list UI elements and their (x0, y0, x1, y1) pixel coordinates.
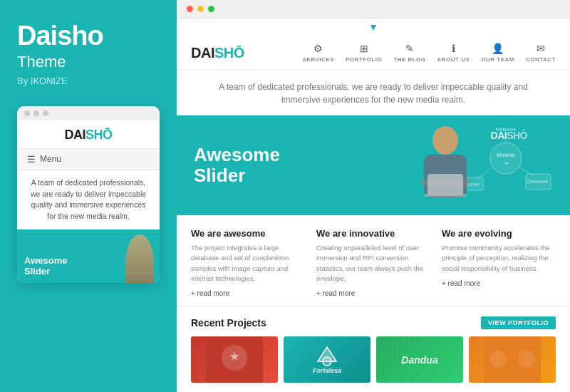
blog-icon: ✎ (405, 43, 414, 54)
nav-items: ⚙ SERVICES ⊞ PORTFOLIO ✎ THE BLOG ℹ ABOU… (303, 43, 556, 63)
hero-title: AwesomeSlider (194, 145, 280, 185)
browser-dot-red[interactable] (187, 6, 193, 12)
left-panel: Daisho Theme By IKONIZE DAISHŌ ☰ Menu A … (0, 0, 177, 392)
portfolio-icon: ⊞ (360, 43, 368, 54)
mobile-logo-bar: DAISHŌ (17, 120, 160, 148)
svg-text:Database: Database (527, 179, 549, 184)
nav-team[interactable]: 👤 OUR TEAM (481, 43, 514, 63)
website-preview: ▼ DAISHŌ ⚙ SERVICES ⊞ PORTFOLIO ✎ THE BL… (177, 19, 570, 392)
mobile-menu-label: Menu (40, 154, 61, 164)
nav-team-label: OUR TEAM (481, 56, 514, 63)
feature-awesome-link[interactable]: + read more (191, 289, 305, 297)
feature-evolving-title: We are evolving (442, 228, 556, 239)
nav-blog[interactable]: ✎ THE BLOG (393, 43, 425, 63)
feature-awesome-title: We are awesome (191, 228, 305, 239)
nav-about[interactable]: ℹ ABOUT US (437, 43, 470, 63)
services-icon: ⚙ (314, 43, 323, 54)
site-logo: DAISHŌ (191, 45, 244, 61)
recent-projects-header: Recent Projects VIEW PORTFOLIO (191, 316, 556, 329)
mobile-chrome (17, 106, 160, 120)
thumb-2-label: Fortalesa (313, 367, 341, 374)
contact-icon: ✉ (537, 43, 545, 54)
project-thumb-3[interactable]: Dandua (376, 336, 463, 383)
recent-projects-title: Recent Projects (191, 317, 266, 329)
features-section: We are awesome The project integrates a … (177, 215, 570, 306)
team-icon: 👤 (492, 43, 504, 54)
app-title: Daisho (17, 21, 103, 51)
feature-innovative-text: Creating unparalleled level of user imme… (316, 243, 430, 284)
hero-text: AwesomeSlider (194, 145, 280, 185)
thumb-3-label: Dandua (401, 354, 437, 366)
site-nav: DAISHŌ ⚙ SERVICES ⊞ PORTFOLIO ✎ THE BLOG… (177, 33, 570, 71)
nav-contact[interactable]: ✉ CONTACT (526, 43, 556, 63)
svg-text:★: ★ (229, 349, 240, 363)
dot-1 (24, 110, 30, 116)
project-thumb-1[interactable]: ★ (191, 336, 278, 383)
svg-text:Mobile: Mobile (497, 152, 515, 158)
site-tagline: A team of dedicated professionals, we ar… (177, 71, 570, 115)
feature-innovative: We are innovative Creating unparalleled … (316, 228, 430, 297)
svg-point-0 (432, 126, 458, 155)
mobile-tagline: A team of dedicated professionals, we ar… (17, 170, 160, 229)
browser-chrome (177, 0, 570, 19)
svg-text:☁: ☁ (504, 160, 509, 165)
nav-services-label: SERVICES (303, 56, 334, 63)
feature-awesome-text: The project integrates a large database … (191, 243, 305, 284)
nav-about-label: ABOUT US (437, 56, 470, 63)
svg-rect-3 (428, 174, 463, 195)
feature-evolving: We are evolving Promote community accele… (442, 228, 556, 297)
about-icon: ℹ (452, 43, 455, 54)
dot-2 (33, 110, 39, 116)
mobile-mockup: DAISHŌ ☰ Menu A team of dedicated profes… (17, 106, 160, 283)
hero-logo: DAISHŌ (491, 130, 527, 141)
mobile-person-silhouette (125, 234, 154, 283)
feature-evolving-link[interactable]: + read more (442, 279, 556, 287)
feature-awesome: We are awesome The project integrates a … (191, 228, 305, 297)
browser-dot-green[interactable] (208, 6, 214, 12)
svg-point-5 (490, 143, 522, 174)
project-thumbnails: ★ Fortalesa Dandua (191, 336, 556, 383)
dot-3 (43, 110, 48, 116)
nav-blog-label: THE BLOG (393, 56, 425, 63)
project-thumb-4[interactable] (469, 336, 556, 383)
nav-portfolio-label: PORTFOLIO (346, 56, 382, 63)
svg-rect-4 (424, 194, 467, 197)
mobile-slider-text: AwesomeSlider (24, 255, 67, 277)
feature-innovative-link[interactable]: + read more (316, 289, 430, 297)
right-panel: ▼ DAISHŌ ⚙ SERVICES ⊞ PORTFOLIO ✎ THE BL… (177, 0, 570, 392)
nav-services[interactable]: ⚙ SERVICES (303, 43, 334, 63)
scroll-arrow: ▼ (177, 19, 570, 33)
view-portfolio-button[interactable]: VIEW PORTFOLIO (481, 316, 556, 329)
app-author: By IKONIZE (17, 76, 68, 86)
svg-point-21 (489, 351, 507, 368)
mobile-menu-bar[interactable]: ☰ Menu (17, 148, 160, 170)
project-thumb-2[interactable]: Fortalesa (284, 336, 370, 383)
hamburger-icon: ☰ (27, 154, 36, 165)
feature-innovative-title: We are innovative (316, 228, 430, 239)
nav-contact-label: CONTACT (526, 56, 556, 63)
nav-portfolio[interactable]: ⊞ PORTFOLIO (346, 43, 382, 63)
svg-point-22 (518, 351, 535, 368)
feature-evolving-text: Promote community accelerates the princi… (442, 243, 556, 274)
svg-point-19 (323, 357, 331, 366)
mobile-content: DAISHŌ ☰ Menu A team of dedicated profes… (17, 120, 160, 283)
hero-person (406, 123, 484, 215)
hero-slider: AwesomeSlider Mobile ☁ Network (177, 115, 570, 215)
app-subtitle: Theme (17, 53, 66, 71)
mobile-logo: DAISHŌ (64, 128, 112, 142)
recent-projects-section: Recent Projects VIEW PORTFOLIO ★ (177, 306, 570, 390)
mobile-slider: AwesomeSlider (17, 229, 160, 283)
browser-dot-yellow[interactable] (197, 6, 204, 12)
